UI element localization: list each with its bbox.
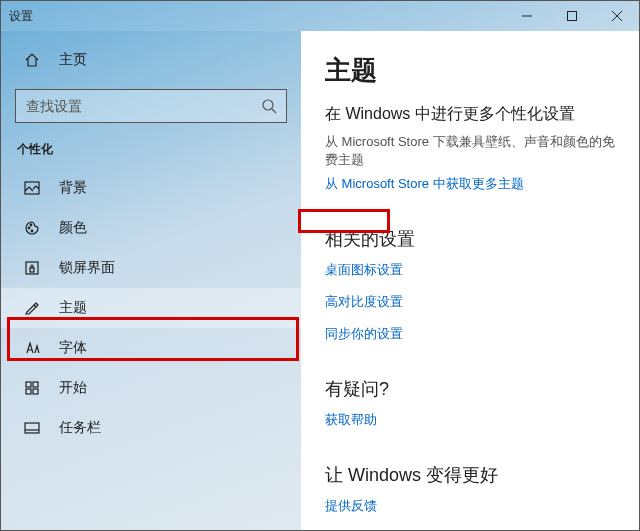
close-button[interactable] [594, 1, 639, 31]
background-icon [23, 180, 41, 196]
search-icon [252, 98, 286, 114]
svg-point-7 [28, 227, 30, 229]
svg-rect-1 [567, 12, 576, 21]
sidebar-item-label: 颜色 [59, 219, 87, 237]
sidebar-item-themes[interactable]: 主题 [1, 288, 301, 328]
help-heading: 有疑问? [325, 377, 615, 401]
sync-settings-link[interactable]: 同步你的设置 [325, 325, 615, 343]
sidebar: 主页 个性化 背景 [1, 31, 301, 530]
home-nav[interactable]: 主页 [1, 41, 301, 79]
minimize-button[interactable] [504, 1, 549, 31]
sidebar-item-background[interactable]: 背景 [1, 168, 301, 208]
window-controls [504, 1, 639, 31]
lockscreen-icon [23, 260, 41, 276]
home-label: 主页 [59, 51, 87, 69]
body: 主页 个性化 背景 [1, 31, 639, 530]
maximize-button[interactable] [549, 1, 594, 31]
feedback-heading: 让 Windows 变得更好 [325, 463, 615, 487]
start-icon [23, 380, 41, 396]
sidebar-item-label: 背景 [59, 179, 87, 197]
high-contrast-link[interactable]: 高对比度设置 [325, 293, 615, 311]
sidebar-item-label: 字体 [59, 339, 87, 357]
sidebar-item-label: 开始 [59, 379, 87, 397]
get-help-link[interactable]: 获取帮助 [325, 411, 615, 429]
sidebar-item-start[interactable]: 开始 [1, 368, 301, 408]
window-title: 设置 [9, 8, 33, 25]
taskbar-icon [23, 420, 41, 436]
desktop-icons-link[interactable]: 桌面图标设置 [325, 261, 615, 279]
svg-rect-16 [25, 423, 39, 433]
search-input[interactable] [16, 90, 252, 122]
themes-icon [23, 300, 41, 316]
home-icon [23, 52, 41, 68]
related-links: 桌面图标设置 高对比度设置 同步你的设置 [325, 261, 615, 343]
svg-rect-6 [25, 182, 39, 194]
svg-point-8 [30, 224, 32, 226]
svg-rect-15 [33, 389, 38, 394]
sidebar-item-label: 主题 [59, 299, 87, 317]
svg-line-5 [272, 109, 276, 113]
svg-point-4 [263, 100, 273, 110]
sidebar-item-lockscreen[interactable]: 锁屏界面 [1, 248, 301, 288]
category-label: 个性化 [1, 137, 301, 168]
svg-point-9 [31, 230, 33, 232]
svg-rect-12 [26, 382, 31, 387]
content-pane: 主题 在 Windows 中进行更多个性化设置 从 Microsoft Stor… [301, 31, 639, 530]
sidebar-item-colors[interactable]: 颜色 [1, 208, 301, 248]
titlebar: 设置 [1, 1, 639, 31]
fonts-icon [23, 340, 41, 356]
related-settings-heading: 相关的设置 [325, 227, 615, 251]
colors-icon [23, 220, 41, 236]
more-personalize-desc: 从 Microsoft Store 下载兼具壁纸、声音和颜色的免费主题 [325, 133, 615, 169]
sidebar-item-taskbar[interactable]: 任务栏 [1, 408, 301, 448]
sidebar-item-fonts[interactable]: 字体 [1, 328, 301, 368]
svg-rect-14 [26, 389, 31, 394]
search-box[interactable] [15, 89, 287, 123]
svg-rect-11 [30, 268, 34, 272]
page-title: 主题 [325, 53, 615, 88]
svg-rect-13 [33, 382, 38, 387]
sidebar-item-label: 任务栏 [59, 419, 101, 437]
more-personalize-heading: 在 Windows 中进行更多个性化设置 [325, 104, 615, 125]
settings-window: 设置 主页 [0, 0, 640, 531]
feedback-link[interactable]: 提供反馈 [325, 497, 615, 515]
sidebar-item-label: 锁屏界面 [59, 259, 115, 277]
store-themes-link[interactable]: 从 Microsoft Store 中获取更多主题 [325, 175, 615, 193]
